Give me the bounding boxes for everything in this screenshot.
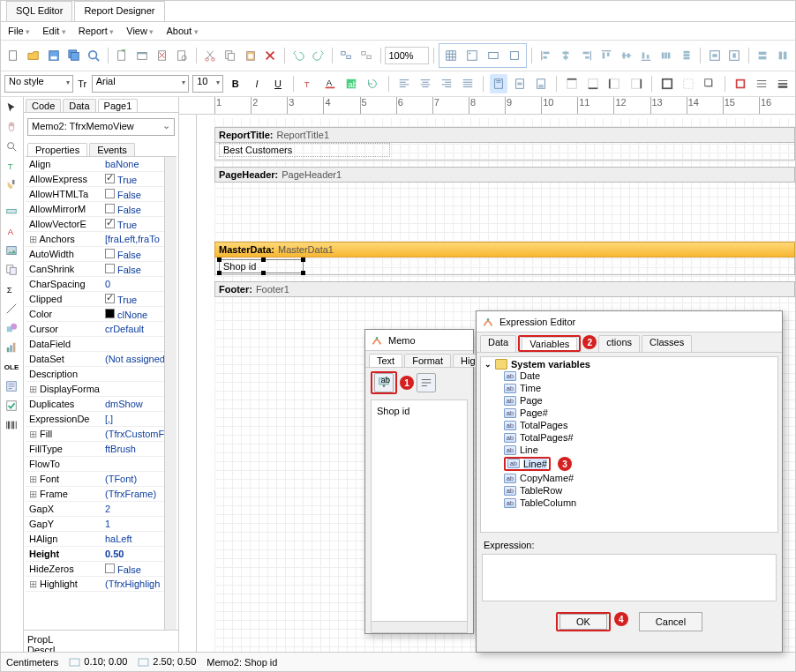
properties-grid[interactable]: AlignbaNoneAllowExpressTrueAllowHTMLTaFa… [26,156,176,630]
center-h-button[interactable] [705,46,724,65]
center-v-button[interactable] [725,46,744,65]
open-button[interactable] [25,46,43,65]
tree-item[interactable]: abTotalPages# [484,431,774,444]
tree-item[interactable]: abTotalPages [484,419,774,431]
copy-button[interactable] [221,46,239,65]
prop-row[interactable]: DuplicatesdmShow [26,397,176,412]
tree-item[interactable]: abTime [484,382,774,394]
richtext-tool[interactable] [3,377,20,395]
new-dialog-button[interactable] [132,46,151,65]
font-color-button[interactable]: A [321,74,339,93]
distribute-v-button[interactable] [678,46,696,65]
prop-row[interactable]: DataField [26,337,176,352]
grid-snap-button[interactable] [462,46,482,65]
ungroup-button[interactable] [357,46,376,65]
prop-row[interactable]: ClippedTrue [26,292,176,307]
frame-bottom-button[interactable] [584,74,602,93]
align-right-button[interactable] [577,46,596,65]
memo-tab-format[interactable]: Format [404,354,451,367]
menu-file[interactable]: File [8,26,30,36]
reporttitle-text[interactable]: Best Customers [219,143,390,157]
prop-row[interactable]: AllowVectorETrue [26,217,176,232]
prop-row[interactable]: CursorcrDefault [26,322,176,337]
expression-text[interactable] [482,554,777,601]
prop-row[interactable]: DisplayForma [26,382,176,397]
frame-shadow-button[interactable] [701,74,718,93]
object-combo[interactable]: Memo2: TfrxMemoView [27,118,175,136]
text-tool[interactable]: T [3,157,20,175]
prop-row[interactable]: AllowExpressTrue [26,172,176,187]
barcode-tool[interactable] [3,416,20,434]
tab-data[interactable]: Data [63,99,95,112]
memo-text-area[interactable]: Shop id [371,399,468,629]
prop-row[interactable]: AllowHTMLTaFalse [26,187,176,202]
menu-report[interactable]: Report [79,26,115,36]
zoom-combo[interactable] [385,47,429,64]
tree-item[interactable]: abTableRow [484,484,774,497]
prop-row[interactable]: GapX2 [26,502,176,517]
valign-bottom-button[interactable] [532,74,550,93]
tab-properties[interactable]: Properties [27,143,87,156]
valign-mid-button[interactable] [511,74,529,93]
distribute-h-button[interactable] [657,46,676,65]
prop-row[interactable]: CharSpacing0 [26,277,176,292]
prop-row[interactable]: Description [26,367,176,382]
prop-row[interactable]: Fill(TfrxCustomF [26,427,176,442]
subreport-tool[interactable] [3,261,20,279]
redo-button[interactable] [309,46,327,65]
same-width-button[interactable] [754,46,772,65]
expr-tab-functions[interactable]: ctions [598,335,640,352]
prop-row[interactable]: HAlignhaLeft [26,532,176,547]
tab-report-designer[interactable]: Report Designer [74,1,164,21]
expr-tab-classes[interactable]: Classes [642,335,692,352]
frame-right-button[interactable] [627,74,645,93]
text-justify-button[interactable] [459,74,477,93]
prop-row[interactable]: ExpressionDe[,] [26,412,176,427]
align-middle-button[interactable] [617,46,635,65]
tab-events[interactable]: Events [89,143,135,156]
shape-tool[interactable] [3,319,20,337]
tree-item[interactable]: abLine#3 [484,456,774,472]
zoom-tool[interactable] [3,138,20,155]
prop-row[interactable]: FillTypeftBrush [26,442,176,457]
band-tool[interactable] [3,203,20,220]
tab-code[interactable]: Code [26,99,61,112]
frame-none-button[interactable] [680,74,697,93]
delete-page-button[interactable] [153,46,171,65]
grid-show-button[interactable] [441,46,461,65]
frame-style-button[interactable] [753,74,770,93]
text-center-button[interactable] [417,74,434,93]
memo-scrollbar-h[interactable] [371,621,468,633]
format-tool[interactable] [3,176,20,194]
tab-sql-editor[interactable]: SQL Editor [6,1,72,21]
chart-tool[interactable] [3,339,20,356]
prop-row[interactable]: HideZerosFalse [26,562,176,577]
bold-button[interactable]: B [227,74,244,93]
memo2-object[interactable]: Shop id [219,259,304,273]
expr-tab-variables[interactable]: Variables [522,337,577,350]
memo-tool[interactable]: A [3,222,20,240]
frame-width-button[interactable] [774,74,792,93]
ok-button[interactable]: OK [559,614,607,630]
menu-about[interactable]: About [166,26,198,36]
paste-button[interactable] [241,46,259,65]
save-all-button[interactable] [64,46,83,65]
menu-view[interactable]: View [126,26,154,36]
frame-top-button[interactable] [563,74,581,93]
prop-row[interactable]: Anchors[fraLeft,fraTo [26,232,176,247]
prop-row[interactable]: GapY1 [26,517,176,532]
new-button[interactable] [4,46,23,65]
grid-align-button[interactable] [505,46,524,65]
pointer-tool[interactable] [3,99,20,116]
frame-color-button[interactable] [732,74,749,93]
frame-all-button[interactable] [658,74,676,93]
page-settings-button[interactable] [173,46,191,65]
grid-fit-button[interactable] [484,46,503,65]
expr-tab-data[interactable]: Data [480,335,516,352]
align-bottom-button[interactable] [637,46,656,65]
tree-item[interactable]: abTableColumn [484,497,774,509]
picture-tool[interactable] [3,242,20,259]
group-button[interactable] [337,46,356,65]
preview-button[interactable] [85,46,103,65]
properties-scrollbar[interactable] [164,157,176,630]
